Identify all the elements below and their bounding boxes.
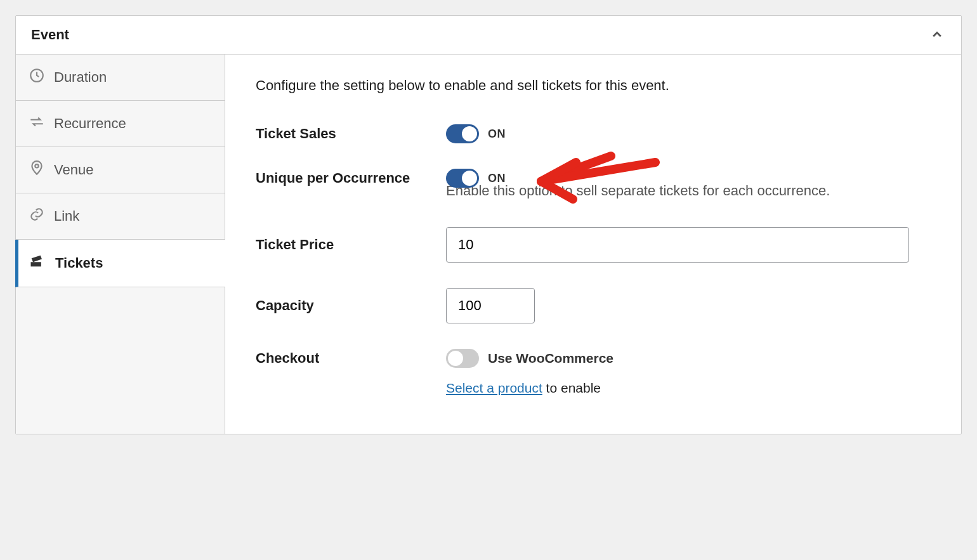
sidebar-item-label: Tickets (55, 255, 103, 271)
ticket-sales-row: Ticket Sales ON (256, 124, 931, 143)
pin-icon (29, 160, 45, 180)
select-product-link[interactable]: Select a product (446, 381, 542, 395)
sidebar-item-label: Venue (54, 162, 93, 178)
sidebar-item-tickets[interactable]: Tickets (15, 240, 225, 287)
panel-title: Event (31, 27, 69, 43)
capacity-row: Capacity (256, 288, 931, 323)
sidebar-item-duration[interactable]: Duration (16, 55, 225, 101)
chevron-up-icon (928, 26, 946, 44)
select-product-suffix: to enable (542, 381, 601, 395)
price-label: Ticket Price (256, 237, 446, 253)
sidebar-item-venue[interactable]: Venue (16, 147, 225, 193)
clock-icon (29, 67, 45, 88)
svg-point-1 (35, 164, 38, 167)
unique-toggle[interactable] (446, 169, 479, 188)
sidebar-item-label: Recurrence (54, 115, 126, 132)
checkout-row: Checkout Use WooCommerce (256, 349, 931, 368)
unique-label: Unique per Occurrence (256, 170, 446, 186)
unique-state: ON (488, 172, 506, 185)
ticket-sales-toggle[interactable] (446, 124, 479, 143)
sidebar-item-label: Duration (54, 69, 107, 86)
panel-body: Duration Recurrence Venue Link (16, 55, 961, 434)
ticket-sales-state: ON (488, 127, 506, 141)
sidebar-item-recurrence[interactable]: Recurrence (16, 101, 225, 147)
price-input[interactable] (446, 227, 909, 263)
capacity-label: Capacity (256, 297, 446, 314)
tickets-icon (29, 252, 46, 274)
link-icon (29, 206, 45, 226)
price-row: Ticket Price (256, 227, 931, 263)
unique-row: Unique per Occurrence ON (256, 169, 931, 188)
loop-icon (29, 114, 45, 134)
event-sidebar: Duration Recurrence Venue Link (16, 55, 225, 434)
intro-text: Configure the setting below to enable an… (256, 77, 931, 94)
checkout-toggle-label: Use WooCommerce (488, 351, 613, 366)
sidebar-item-link[interactable]: Link (16, 193, 225, 240)
tickets-content: Configure the setting below to enable an… (225, 55, 961, 434)
checkout-product-hint: Select a product to enable (446, 381, 931, 396)
capacity-input[interactable] (446, 288, 535, 323)
checkout-toggle[interactable] (446, 349, 479, 368)
checkout-label: Checkout (256, 350, 446, 367)
sidebar-item-label: Link (54, 208, 79, 225)
event-panel: Event Duration Recurrence (15, 15, 962, 434)
panel-header-toggle[interactable]: Event (16, 16, 961, 55)
ticket-sales-label: Ticket Sales (256, 126, 446, 142)
